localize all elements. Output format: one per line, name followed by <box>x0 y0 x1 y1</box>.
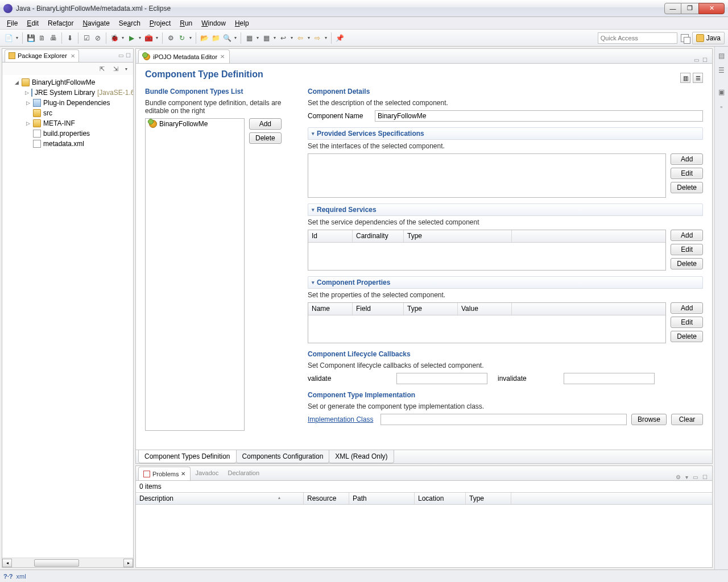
external-icon[interactable]: 🧰 <box>143 33 154 43</box>
tab-xml[interactable]: XML (Read Only) <box>329 450 394 463</box>
project-tree[interactable]: ◢ BinaryLightFollowMe ▷ JRE System Libra… <box>2 75 133 558</box>
menu-run[interactable]: Run <box>175 18 197 28</box>
open-perspective-icon[interactable] <box>681 34 689 42</box>
tree-item-jre[interactable]: ▷ JRE System Library [JavaSE-1.6] <box>6 88 130 98</box>
maximize-view-icon[interactable]: ☐ <box>702 474 708 480</box>
expand-icon[interactable]: ▷ <box>25 100 31 106</box>
edit-button[interactable]: Edit <box>671 244 703 255</box>
expand-icon[interactable]: ▷ <box>25 90 29 95</box>
close-button[interactable]: ✕ <box>698 3 725 14</box>
invalidate-input[interactable] <box>564 373 655 384</box>
expand-icon[interactable]: ◢ <box>14 80 19 85</box>
menu-file[interactable]: File <box>2 18 22 28</box>
save-all-icon[interactable]: 🗎 <box>37 33 47 43</box>
delete-button[interactable]: Delete <box>671 182 703 193</box>
browse-button[interactable]: Browse <box>631 414 667 425</box>
collapse-all-icon[interactable]: ⇱ <box>97 64 107 74</box>
package-explorer-tab[interactable]: Package Explorer ✕ <box>5 49 79 62</box>
provided-header[interactable]: ▾Provided Services Specifications <box>308 127 703 140</box>
provided-list[interactable] <box>308 153 666 198</box>
close-icon[interactable]: ✕ <box>71 53 75 59</box>
col-description[interactable]: Description▴ <box>136 493 304 504</box>
nav-next-icon[interactable]: ▦ <box>261 33 271 43</box>
refresh-icon[interactable]: ↻ <box>177 33 187 43</box>
component-list[interactable]: BinaryFollowMe <box>145 118 245 431</box>
tree-item-metainf[interactable]: ▷ META-INF <box>6 118 130 128</box>
pin-icon[interactable]: 📌 <box>334 33 345 43</box>
new-dropdown[interactable]: ▾ <box>15 35 19 40</box>
menu-window[interactable]: Window <box>197 18 230 28</box>
maximize-editor-icon[interactable]: ☐ <box>702 57 708 63</box>
close-icon[interactable]: ✕ <box>181 471 185 477</box>
col-value[interactable]: Value <box>458 303 512 315</box>
col-type[interactable]: Type <box>404 303 458 315</box>
scroll-right-button[interactable]: ▸ <box>123 559 133 567</box>
validate-input[interactable] <box>396 373 487 384</box>
props-header[interactable]: ▾Component Properties <box>308 276 703 289</box>
tab-component-types[interactable]: Component Types Definition <box>138 450 237 463</box>
delete-button[interactable]: Delete <box>249 132 282 144</box>
list-item[interactable]: BinaryFollowMe <box>146 119 244 129</box>
maximize-view-icon[interactable]: ☐ <box>126 52 131 59</box>
tab-declaration[interactable]: Declaration <box>223 467 264 480</box>
task-list-icon[interactable]: ☰ <box>717 66 726 75</box>
maximize-button[interactable]: ❐ <box>681 3 698 14</box>
menu-navigate[interactable]: Navigate <box>78 18 114 28</box>
back-icon[interactable]: ⇦ <box>295 33 305 43</box>
toggle-icon[interactable]: ☑ <box>81 33 92 43</box>
required-table[interactable]: Id Cardinality Type <box>308 230 666 271</box>
open-type-icon[interactable]: 📂 <box>199 33 209 43</box>
menu-project[interactable]: Project <box>145 18 175 28</box>
forward-icon[interactable]: ⇨ <box>312 33 322 43</box>
restore-icon[interactable]: ▣ <box>717 88 726 97</box>
menu-search[interactable]: Search <box>114 18 145 28</box>
perspective-java-button[interactable]: Java <box>692 32 725 44</box>
col-name[interactable]: Name <box>308 303 353 315</box>
save-icon[interactable]: 💾 <box>26 33 36 43</box>
minimize-view-icon[interactable]: ▭ <box>693 474 698 480</box>
minimize-icon[interactable]: ▫ <box>717 102 726 111</box>
tree-item-plugin[interactable]: ▷ Plug-in Dependencies <box>6 98 130 108</box>
edit-button[interactable]: Edit <box>671 317 703 328</box>
scroll-left-button[interactable]: ◂ <box>2 559 12 567</box>
col-resource[interactable]: Resource <box>304 493 349 504</box>
menu-help[interactable]: Help <box>230 18 254 28</box>
delete-button[interactable]: Delete <box>671 258 703 269</box>
nav-prev-icon[interactable]: ▦ <box>244 33 254 43</box>
search-icon[interactable]: 🔍 <box>222 33 232 43</box>
add-button[interactable]: Add <box>249 118 282 130</box>
view-menu-icon[interactable]: ▾ <box>685 474 688 480</box>
add-button[interactable]: Add <box>671 302 703 314</box>
component-name-input[interactable] <box>375 110 703 122</box>
col-location[interactable]: Location <box>415 493 466 504</box>
view-menu-icon[interactable]: ▾ <box>124 66 129 72</box>
outline-icon[interactable]: ▤ <box>717 51 726 60</box>
menu-edit[interactable]: Edit <box>22 18 43 28</box>
minimize-button[interactable]: — <box>664 3 681 14</box>
add-button[interactable]: Add <box>671 153 703 165</box>
clear-button[interactable]: Clear <box>671 414 703 425</box>
layout-horizontal-icon[interactable]: ▥ <box>680 73 690 83</box>
tree-item-metadata[interactable]: ▷ metadata.xml <box>6 139 130 149</box>
tab-components-config[interactable]: Components Configuration <box>236 450 330 463</box>
col-path[interactable]: Path <box>349 493 415 504</box>
minimize-editor-icon[interactable]: ▭ <box>694 57 699 63</box>
tree-project[interactable]: ◢ BinaryLightFollowMe <box>6 77 130 88</box>
scroll-thumb[interactable] <box>34 559 78 567</box>
open-task-icon[interactable]: 📁 <box>210 33 221 43</box>
implementation-class-input[interactable] <box>380 414 627 425</box>
editor-tab-ipojo[interactable]: iPOJO Metadata Editor ✕ <box>138 49 230 63</box>
expand-icon[interactable]: ▷ <box>25 120 31 126</box>
col-type[interactable]: Type <box>404 230 512 242</box>
implementation-class-link[interactable]: Implementation Class <box>308 415 376 423</box>
horizontal-scrollbar[interactable]: ◂ ▸ <box>2 558 133 567</box>
delete-button[interactable]: Delete <box>671 331 703 342</box>
help-icon[interactable]: ?·? <box>3 573 13 580</box>
debug-icon[interactable]: 🐞 <box>109 33 119 43</box>
close-icon[interactable]: ✕ <box>220 53 225 60</box>
filter-icon[interactable]: ⚙ <box>676 474 681 480</box>
required-header[interactable]: ▾Required Services <box>308 203 703 216</box>
build-icon[interactable]: ⬇ <box>65 33 75 43</box>
skip-icon[interactable]: ⊘ <box>93 33 103 43</box>
new-icon[interactable]: 📄 <box>3 33 14 43</box>
